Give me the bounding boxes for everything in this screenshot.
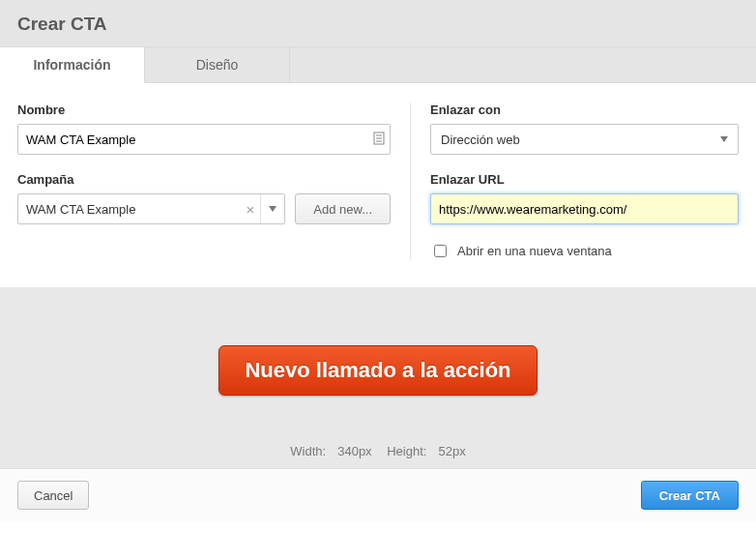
tab-bar: Información Diseño xyxy=(0,47,756,83)
link-with-label: Enlazar con xyxy=(430,103,739,117)
add-new-button[interactable]: Add new... xyxy=(295,193,391,224)
link-url-group: Enlazar URL xyxy=(430,172,739,224)
width-label: Width: xyxy=(290,444,326,458)
name-group: Nombre xyxy=(17,103,391,155)
open-new-window-label: Abrir en una nueva ventana xyxy=(457,244,612,258)
link-url-label: Enlazar URL xyxy=(430,172,739,187)
cancel-button[interactable]: Cancel xyxy=(17,481,89,510)
create-cta-button[interactable]: Crear CTA xyxy=(641,481,739,510)
chevron-down-icon[interactable] xyxy=(260,194,276,223)
form-area: Nombre Campaña WAM CTA Example × xyxy=(0,83,756,287)
width-value: 340px xyxy=(337,444,371,458)
modal-footer: Cancel Crear CTA xyxy=(0,468,756,521)
dimensions-readout: Width:340px Height:52px xyxy=(0,444,756,458)
create-cta-modal: Crear CTA Información Diseño Nombre Camp… xyxy=(0,0,756,521)
cta-preview-button[interactable]: Nuevo llamado a la acción xyxy=(218,345,537,396)
contacts-icon[interactable] xyxy=(373,132,385,147)
modal-title: Crear CTA xyxy=(17,14,739,35)
modal-header: Crear CTA xyxy=(0,0,756,47)
name-input[interactable] xyxy=(17,124,391,155)
clear-icon[interactable]: × xyxy=(247,201,255,218)
campaign-value: WAM CTA Example xyxy=(26,202,247,217)
link-with-value: Dirección web xyxy=(441,133,520,147)
link-with-group: Enlazar con Dirección web xyxy=(430,103,739,155)
link-with-select[interactable]: Dirección web xyxy=(430,124,739,155)
campaign-label: Campaña xyxy=(17,172,391,187)
tab-label: Información xyxy=(33,57,110,73)
open-new-window-checkbox[interactable] xyxy=(434,245,447,257)
chevron-down-icon xyxy=(720,136,728,142)
open-new-window-row: Abrir en una nueva ventana xyxy=(430,242,739,260)
name-label: Nombre xyxy=(17,103,391,117)
campaign-select[interactable]: WAM CTA Example × xyxy=(17,193,285,224)
link-url-input[interactable] xyxy=(430,193,739,224)
tab-diseno[interactable]: Diseño xyxy=(145,47,290,82)
campaign-group: Campaña WAM CTA Example × Add new... xyxy=(17,172,391,224)
preview-area: Nuevo llamado a la acción Width:340px He… xyxy=(0,287,756,468)
tab-label: Diseño xyxy=(196,57,239,73)
height-label: Height: xyxy=(387,444,426,458)
height-value: 52px xyxy=(438,444,465,458)
form-column-left: Nombre Campaña WAM CTA Example × xyxy=(17,103,391,260)
form-column-right: Enlazar con Dirección web Enlazar URL Ab… xyxy=(410,103,739,260)
tab-informacion[interactable]: Información xyxy=(0,47,145,83)
